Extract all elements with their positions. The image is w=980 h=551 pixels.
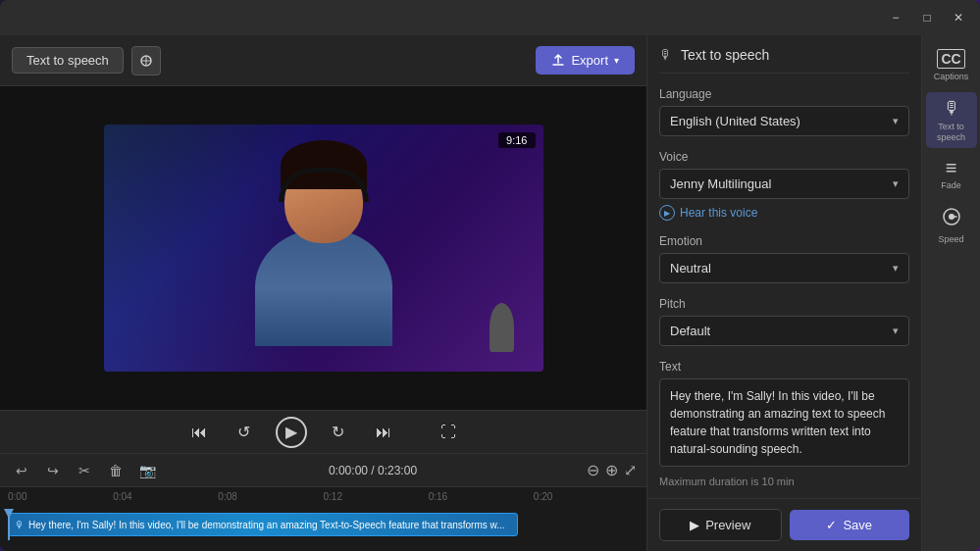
pitch-arrow-icon: ▾ — [893, 325, 899, 337]
hear-play-icon: ▶ — [659, 205, 675, 221]
undo-button[interactable]: ↩ — [10, 459, 33, 482]
emotion-field-group: Emotion Neutral ▾ — [659, 234, 909, 283]
sidebar-item-captions[interactable]: CC Captions — [926, 43, 977, 88]
emotion-select[interactable]: Neutral ▾ — [659, 253, 909, 283]
clip-mic-icon: 🎙 — [15, 520, 25, 530]
voice-value: Jenny Multilingual — [670, 176, 771, 191]
voice-select[interactable]: Jenny Multilingual ▾ — [659, 169, 909, 199]
title-bar-controls: − □ ✕ — [882, 7, 972, 28]
export-button[interactable]: Export ▾ — [536, 46, 635, 75]
text-input[interactable]: Hey there, I'm Sally! In this video, I'l… — [659, 378, 909, 467]
app-window: − □ ✕ Text to speech — [0, 0, 980, 551]
language-select[interactable]: English (United States) ▾ — [659, 106, 909, 136]
fit-zoom-button[interactable]: ⤢ — [624, 461, 637, 479]
tab-icon-button[interactable] — [131, 46, 161, 75]
delete-button[interactable]: 🗑 — [104, 459, 128, 482]
captions-label: Captions — [934, 72, 969, 82]
language-field-group: Language English (United States) ▾ — [659, 87, 909, 136]
time-display: 0:00:00 / 0:23:00 — [329, 464, 417, 477]
export-chevron: ▾ — [614, 55, 619, 66]
skip-forward-button[interactable]: ⏭ — [370, 419, 397, 446]
language-label: Language — [659, 87, 909, 101]
right-sidebar: CC Captions 🎙 Text to speech ≡ Fade — [921, 35, 980, 551]
video-preview: 9:16 — [0, 86, 646, 410]
hear-voice-label: Hear this voice — [680, 206, 757, 220]
zoom-out-button[interactable]: ⊖ — [587, 461, 599, 479]
skip-back-button[interactable]: ⏮ — [185, 419, 213, 446]
tts-panel: 🎙 Text to speech Language English (Unite… — [647, 35, 921, 498]
maximize-button[interactable]: □ — [913, 7, 941, 28]
title-bar: − □ ✕ — [0, 0, 980, 35]
sidebar-item-tts[interactable]: 🎙 Text to speech — [926, 92, 977, 149]
fullscreen-button[interactable]: ⛶ — [435, 419, 462, 446]
sidebar-item-speed[interactable]: Speed — [926, 201, 977, 251]
panel-header: 🎙 Text to speech — [659, 47, 909, 74]
timeline-toolbar: ↩ ↪ ✂ 🗑 📷 0:00:00 / 0:23:00 ⊖ ⊕ ⤢ — [0, 454, 646, 487]
preview-label: Preview — [705, 518, 750, 532]
export-icon — [551, 54, 565, 68]
media-button[interactable]: 📷 — [135, 459, 159, 482]
total-time: 0:23:00 — [378, 464, 417, 477]
toolbar-left: Text to speech — [12, 46, 161, 75]
minimize-button[interactable]: − — [882, 7, 909, 28]
voice-arrow-icon: ▾ — [893, 177, 899, 190]
speed-label: Speed — [938, 234, 963, 245]
ruler-mark-0: 0:00 — [8, 491, 113, 502]
redo-button[interactable]: ↪ — [41, 459, 65, 482]
track-clip-text: Hey there, I'm Sally! In this video, I'l… — [28, 520, 505, 530]
pitch-field-group: Pitch Default ▾ — [659, 297, 909, 346]
playback-controls: ⏮ ↺ ▶ ↻ ⏭ ⛶ — [0, 410, 646, 453]
magic-wand-icon — [139, 54, 153, 68]
body — [255, 228, 392, 346]
export-label: Export — [571, 53, 608, 68]
ruler-mark-2: 0:08 — [218, 491, 323, 502]
emotion-value: Neutral — [670, 261, 711, 276]
timeline-track: 🎙 Hey there, I'm Sally! In this video, I… — [0, 509, 646, 540]
zoom-in-button[interactable]: ⊕ — [605, 461, 618, 479]
top-toolbar: Text to speech Export ▾ — [0, 35, 646, 86]
ruler-mark-5: 0:20 — [534, 491, 639, 502]
fast-forward-button[interactable]: ↻ — [325, 419, 352, 446]
ruler-mark-3: 0:12 — [324, 491, 429, 502]
tts-icon: 🎙 — [943, 98, 960, 119]
pitch-select[interactable]: Default ▾ — [659, 316, 909, 346]
track-clip[interactable]: 🎙 Hey there, I'm Sally! In this video, I… — [8, 513, 518, 536]
current-time: 0:00:00 — [329, 464, 368, 477]
rewind-button[interactable]: ↺ — [231, 419, 258, 446]
pitch-value: Default — [670, 324, 710, 338]
voice-label: Voice — [659, 150, 909, 164]
max-duration-note: Maximum duration is 10 min — [659, 476, 909, 487]
voice-field-group: Voice Jenny Multilingual ▾ ▶ Hear this v… — [659, 150, 909, 221]
panel-footer: ▶ Preview ✓ Save — [647, 498, 921, 551]
save-button[interactable]: ✓ Save — [790, 510, 910, 540]
main-content: Text to speech Export ▾ — [0, 35, 980, 551]
language-arrow-icon: ▾ — [893, 115, 899, 127]
right-section: 🎙 Text to speech Language English (Unite… — [646, 35, 980, 551]
person-silhouette — [226, 140, 422, 356]
preview-button[interactable]: ▶ Preview — [659, 509, 782, 541]
sidebar-item-fade[interactable]: ≡ Fade — [926, 152, 977, 197]
pitch-label: Pitch — [659, 297, 909, 311]
save-check-icon: ✓ — [826, 518, 837, 532]
cut-button[interactable]: ✂ — [73, 459, 96, 482]
language-value: English (United States) — [670, 114, 800, 128]
play-button[interactable]: ▶ — [276, 417, 307, 448]
tab-label[interactable]: Text to speech — [12, 47, 124, 74]
head — [284, 160, 363, 243]
save-label: Save — [843, 518, 872, 532]
tts-panel-container: 🎙 Text to speech Language English (Unite… — [646, 35, 921, 551]
speed-icon — [942, 207, 961, 231]
hear-voice-link[interactable]: ▶ Hear this voice — [659, 205, 909, 221]
microphone — [490, 303, 514, 352]
playhead — [8, 509, 10, 540]
ruler-mark-1: 0:04 — [113, 491, 218, 502]
timeline-ruler: 0:00 0:04 0:08 0:12 0:16 0:20 — [0, 487, 646, 505]
panel-header-icon: 🎙 — [659, 47, 673, 63]
aspect-ratio-badge: 9:16 — [498, 132, 535, 148]
fade-icon: ≡ — [946, 158, 957, 177]
editor-area: Text to speech Export ▾ — [0, 35, 646, 551]
close-button[interactable]: ✕ — [945, 7, 972, 28]
video-person — [104, 125, 543, 372]
timeline-track-area: 0:00 0:04 0:08 0:12 0:16 0:20 🎙 Hey ther… — [0, 487, 646, 551]
emotion-arrow-icon: ▾ — [893, 262, 899, 275]
